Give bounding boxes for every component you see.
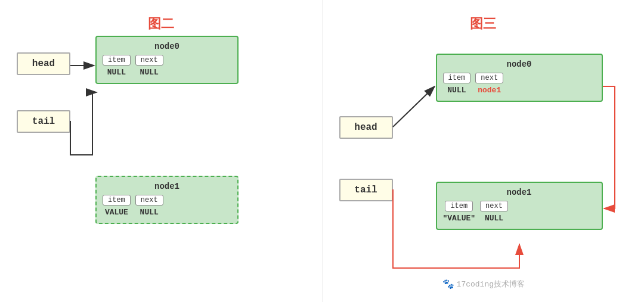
diagram2-title: 图二	[0, 15, 322, 33]
diagram3-node1-item-value: "VALUE"	[443, 214, 476, 223]
diagram2-node1-item-field: item VALUE	[103, 195, 131, 217]
diagram3-node1-item-label: item	[445, 201, 473, 211]
diagram3-tail-label: tail	[354, 185, 377, 195]
diagram3-node0-title: node0	[443, 60, 596, 69]
diagram2-tail-label: tail	[32, 116, 55, 127]
diagram3-node0-item-value: NULL	[447, 86, 466, 95]
diagram2-node0-item-field: item NULL	[103, 55, 131, 77]
diagram3-node0-item-label: item	[443, 73, 471, 83]
svg-line-7	[393, 86, 435, 127]
diagram2-head-label: head	[32, 58, 55, 69]
diagram3-arrows	[323, 0, 645, 302]
diagram3-node1-next-label: next	[480, 201, 508, 211]
diagram3-head-label: head	[354, 122, 377, 133]
diagram2-tail-box: tail	[17, 110, 70, 133]
diagram3-node1-next-field: next NULL	[480, 201, 508, 223]
diagram2-node0-next-label: next	[135, 55, 163, 66]
diagram3-node1-item-field: item "VALUE"	[443, 201, 476, 223]
diagram2-node1-next-value: NULL	[140, 208, 159, 217]
diagram2-head-box: head	[17, 52, 70, 75]
diagram3-node1-title: node1	[443, 188, 596, 197]
diagram2-node1-next-label: next	[135, 195, 163, 206]
diagram3-head-box: head	[339, 116, 393, 139]
diagram2-node1: node1 item VALUE next NULL	[95, 176, 239, 224]
diagram2-node0: node0 item NULL next NULL	[95, 36, 239, 84]
diagram2-node0-title: node0	[103, 42, 231, 51]
diagram2-node1-title: node1	[103, 182, 231, 191]
diagram3-node0-item-field: item NULL	[443, 73, 471, 95]
diagram3: 图三 head tail node0 item NULL next node1	[322, 0, 645, 302]
diagram2-node1-item-label: item	[103, 195, 131, 206]
diagram3-node0: node0 item NULL next node1	[436, 54, 603, 102]
diagram3-title: 图三	[323, 15, 645, 33]
diagram3-node0-next-label: next	[475, 73, 503, 83]
watermark-icon: 🐾	[442, 278, 454, 290]
diagram2-node0-next-field: next NULL	[135, 55, 163, 77]
diagram2-node1-item-value: VALUE	[105, 208, 128, 217]
diagram3-tail-box: tail	[339, 179, 393, 201]
diagram3-node1: node1 item "VALUE" next NULL	[436, 182, 603, 230]
diagram2-node0-item-label: item	[103, 55, 131, 66]
watermark-text: 17coding技术博客	[457, 279, 525, 289]
diagram3-node0-next-value: node1	[478, 86, 501, 95]
diagram2-node0-next-value: NULL	[140, 68, 159, 77]
watermark: 🐾 17coding技术博客	[442, 278, 525, 290]
diagram3-node0-next-field: next node1	[475, 73, 503, 95]
diagram2-node0-item-value: NULL	[107, 68, 126, 77]
diagram2-node1-next-field: next NULL	[135, 195, 163, 217]
diagram3-node1-next-value: NULL	[485, 214, 503, 223]
diagram2: 图二 head tail node0 item NULL next NULL	[0, 0, 322, 302]
